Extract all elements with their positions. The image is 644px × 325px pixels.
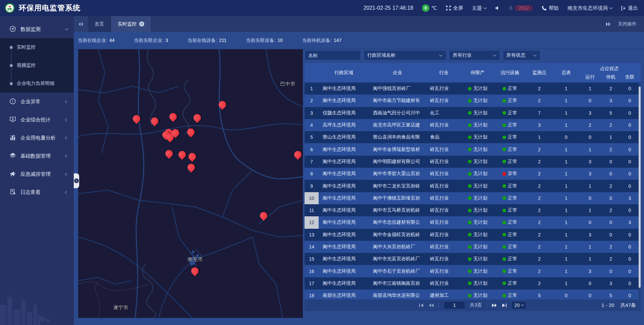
table-row[interactable]: 7阆中生态环境局阆中明阳建材有限公司砖瓦行业无计划正常21300 [305,156,641,168]
status-dot-green-icon [502,269,506,273]
sidebar-collapse-handle[interactable] [74,173,79,188]
sidebar-subitem[interactable]: 实时监控 [0,38,74,56]
first-page-button[interactable] [419,303,424,308]
cell-region: 阆中生态环境局 [319,241,369,253]
cell-pollution-facility: 正常 [494,192,526,204]
fullscreen-button[interactable]: 全屏 [446,5,463,11]
cell-monitor-points: 2 [526,216,553,228]
tab-close-icon[interactable]: × [139,21,144,26]
sidebar-item-7[interactable]: 日志查看 [0,183,74,201]
table-row[interactable]: 9阆中生态环境局阆中市二龙长宝页岩砖砖瓦行业无计划正常21120 [305,180,641,192]
table-row[interactable]: 17阆中生态环境局阆中市江南镇阆南页岩砖瓦行业无计划正常21030 [305,277,641,289]
limit-text: 无计划 [473,219,487,225]
cell-run-count: 1 [580,83,600,95]
sidebar-subitem-label: 实时监控 [17,44,36,50]
cell-pollution-facility: 正常 [494,143,526,155]
horn-icon [9,170,16,178]
sidebar-item-3[interactable]: 企业综合统计 [0,111,74,129]
cell-industry: 建材加工 [426,289,462,300]
tab-首页[interactable]: 首页 [88,16,111,32]
sidebar-subitem[interactable]: 视频监控 [0,56,74,74]
sidebar-item-1[interactable]: 数据监测 [0,20,74,38]
sidebar-item-6[interactable]: 应急减排管理 [0,165,74,183]
cell-pollution-facility: 正常 [494,229,526,241]
status-select[interactable]: 所有状态 [503,50,540,60]
table-scrollbar[interactable] [639,83,641,300]
cell-company: 阆中市南方节能建材有 [369,95,426,107]
cell-region: 阆中生态环境局 [319,95,369,107]
facility-text: 正常 [508,280,517,286]
prev-page-button[interactable] [429,303,434,308]
table-row[interactable]: 11阆中生态环境局阆中市五马桥页岩机砖砖瓦行业无计划正常21120 [305,204,641,216]
status-dot-green-icon [468,87,472,91]
help-button[interactable]: 帮助 [542,5,559,11]
name-filter-input[interactable] [305,50,361,60]
industry-select[interactable]: 所有行业 [449,50,500,60]
org-menu[interactable]: 南充市生态环境局 [568,5,612,11]
next-page-button[interactable] [492,303,497,308]
cell-pollution-facility: 异常 [494,168,526,180]
tabs-scroll-left-button[interactable] [74,16,88,32]
divider [439,302,439,308]
pagination-bar: 共3页 20 1 - 20 共47条 [305,300,641,311]
sidebar-subitem-label: 企业电力负荷明细 [17,80,54,87]
chart-icon [9,134,16,142]
cell-region: 阆中生态环境局 [319,253,369,265]
theme-menu[interactable]: 主题 [472,5,486,11]
map-panel[interactable]: 巴中市南充市遂宁市 [78,49,303,318]
table-row[interactable]: 6阆中生态环境局阆中市金博瑞新型墙材砖瓦行业无计划正常21120 [305,143,641,155]
tab-实时监控[interactable]: 实时监控× [111,16,151,32]
table-row[interactable]: 1阆中生态环境局阆中强锐页岩砖厂砖瓦行业无计划正常21120 [305,83,641,95]
status-dot-green-icon [468,123,472,127]
status-dot-green-icon [468,136,472,139]
notification-area[interactable]: 2632 [508,5,533,11]
facility-text: 正常 [508,256,517,262]
layers-icon [9,152,16,160]
map-city-label: 巴中市 [280,81,296,87]
page-number-input[interactable] [444,301,465,309]
sidebar-item-5[interactable]: 基础数据管理 [0,147,74,165]
table-row[interactable]: 16阆中生态环境局阆中市石子页岩机砖厂砖瓦行业无计划正常21300 [305,265,641,277]
table-row[interactable]: 3仪陇生态环境局西南油气田分公司川中化工无计划正常71350 [305,107,641,119]
page-size-select[interactable]: 20 [512,301,527,309]
table-row[interactable]: 13阆中生态环境局阆中市金福旺页岩机砖砖瓦行业无计划正常21300 [305,229,641,241]
table-row[interactable]: 10阆中生态环境局阆中千佛镇五郎垭页岩砖瓦行业无计划正常21003 [305,192,641,204]
table-row[interactable]: 2阆中生态环境局阆中市南方节能建材有砖瓦行业无计划正常21030 [305,95,641,107]
log-icon [9,188,16,196]
cell-run-count: 3 [580,107,600,119]
column-header-limit: 停限产 [462,63,494,83]
cell-total-meters: 1 [553,156,580,168]
status-dot-green-icon [468,245,472,249]
table-row[interactable]: 8阆中生态环境局阆中市枣碧大梁山页岩砖瓦行业无计划异常21300 [305,168,641,180]
sidebar-item-label: 基础数据管理 [20,153,61,159]
region-select[interactable]: 行政区域名称 [364,50,446,60]
close-operations-button[interactable]: 关闭操作 [615,16,644,32]
last-page-button[interactable] [502,303,507,308]
cell-company: 阆中市五马桥页岩机砖 [369,204,426,216]
cell-company: 阆中市金福旺页岩机砖 [369,229,426,241]
cell-region: 阆中生态环境局 [319,229,369,241]
table-row[interactable]: 14阆中生态环境局阆中大兴页岩机砖厂砖瓦行业无计划正常21120 [305,241,641,253]
cell-lost-count: 0 [621,107,638,119]
tabs-scroll-right-button[interactable] [601,16,615,32]
sidebar-subitem[interactable]: 企业电力负荷明细 [0,74,74,93]
status-dot-green-icon [502,123,506,127]
table-row[interactable]: 12阆中生态环境局阆中市忠信建材有限公砖瓦行业无计划正常21003 [305,216,641,228]
cell-run-count: 1 [580,241,600,253]
scrollbar-thumb[interactable] [639,87,641,288]
collapse-arrow-icon [74,178,79,183]
cell-index: 4 [305,119,319,131]
sound-toggle[interactable] [495,6,500,10]
table-row[interactable]: 15阆中生态环境局阆中市光富页岩机砖厂砖瓦行业无计划正常21120 [305,253,641,265]
table-row[interactable]: 4高坪生态环境局南充市高坪区王家店建砖瓦行业无计划正常31220 [305,119,641,131]
sidebar-item-2[interactable]: 企业异常 [0,93,74,111]
cell-total-meters: 1 [553,241,580,253]
table-row[interactable]: 5营山生态环境局营山县润丰肉食品有限食品无计划正常10010 [305,131,641,143]
cell-limit-production: 无计划 [462,168,494,180]
sidebar-item-4[interactable]: 企业用电量分析 [0,129,74,147]
table-row[interactable]: 18南部生态环境局南部县鸿华水泥有限公建材加工无计划正常50050 [305,289,641,300]
cell-index: 8 [305,168,319,180]
status-dot-green-icon [502,221,506,224]
cell-industry: 砖瓦行业 [426,241,462,253]
logout-button[interactable]: 退出 [621,5,638,11]
